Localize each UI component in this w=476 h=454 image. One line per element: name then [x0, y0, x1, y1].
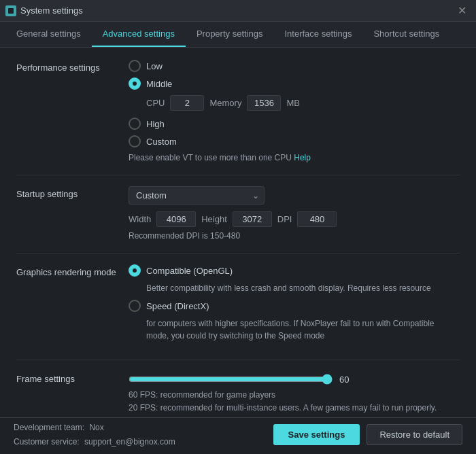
- radio-low[interactable]: [129, 60, 141, 72]
- height-input[interactable]: [233, 211, 272, 227]
- frame-section: Frame settings 60 60 FPS: recommended fo…: [16, 371, 460, 415]
- radio-opengl-label: Compatible (OpenGL): [146, 266, 233, 276]
- dpi-label: DPI: [277, 214, 292, 224]
- divider-1: [16, 175, 460, 175]
- window-title: System settings: [20, 5, 83, 16]
- memory-label: Memory: [209, 98, 241, 108]
- radio-custom[interactable]: [129, 135, 141, 147]
- graphics-body: Compatible (OpenGL) Better compatibility…: [129, 264, 460, 347]
- title-bar: System settings ✕: [0, 0, 476, 22]
- width-input[interactable]: [156, 211, 196, 227]
- fps-note-1: 60 FPS: recommended for game players: [129, 389, 460, 402]
- radio-high-label: High: [146, 119, 165, 129]
- frame-slider-value: 60: [339, 374, 356, 385]
- dimension-row: Width Height DPI: [129, 211, 460, 227]
- performance-section: Performance settings Low Middle CPU Memo…: [16, 60, 460, 162]
- frame-label: Frame settings: [16, 371, 129, 415]
- width-label: Width: [129, 214, 151, 224]
- radio-row-middle: Middle: [129, 77, 460, 90]
- close-button[interactable]: ✕: [454, 3, 471, 18]
- dev-value: Nox: [89, 423, 103, 432]
- radio-row-opengl: Compatible (OpenGL): [129, 264, 460, 277]
- radio-row-directx: Speed (DirectX): [129, 300, 460, 312]
- radio-row-custom: Custom: [129, 135, 460, 147]
- radio-directx[interactable]: [129, 300, 141, 312]
- fps-note-2: 20 FPS: recommended for multi-instance u…: [129, 402, 460, 415]
- footer: Development team: Nox Customer service: …: [0, 417, 476, 451]
- startup-label: Startup settings: [16, 186, 129, 241]
- opengl-desc: Better compatibility with less crash and…: [146, 282, 439, 294]
- cpu-memory-row: CPU Memory MB: [146, 95, 460, 111]
- footer-support-row: Customer service: support_en@bignox.com: [14, 435, 175, 449]
- divider-2: [16, 253, 460, 254]
- radio-directx-label: Speed (DirectX): [146, 301, 209, 311]
- startup-section: Startup settings Custom Default Fullscre…: [16, 186, 460, 241]
- memory-input[interactable]: [247, 95, 281, 111]
- radio-middle[interactable]: [129, 77, 141, 90]
- cpu-input[interactable]: [170, 95, 204, 111]
- tab-interface[interactable]: Interface settings: [273, 22, 362, 47]
- startup-body: Custom Default Fullscreen Window ⌄ Width…: [129, 186, 460, 241]
- support-value: support_en@bignox.com: [84, 437, 175, 447]
- frame-body: 60 60 FPS: recommended for game players …: [129, 371, 460, 415]
- fps-notes: 60 FPS: recommended for game players 20 …: [129, 389, 460, 415]
- support-label: Customer service:: [14, 437, 80, 447]
- slider-row: 60: [129, 374, 460, 385]
- directx-desc: for computers with higher specifications…: [146, 317, 439, 342]
- graphics-section: Graphics rendering mode Compatible (Open…: [16, 264, 460, 347]
- performance-body: Low Middle CPU Memory MB High Custom: [129, 60, 460, 162]
- startup-dropdown[interactable]: Custom Default Fullscreen Window: [129, 186, 265, 205]
- tab-general[interactable]: General settings: [5, 22, 92, 47]
- restore-button[interactable]: Restore to default: [367, 424, 462, 445]
- save-button[interactable]: Save settings: [273, 424, 360, 445]
- memory-unit: MB: [286, 98, 300, 108]
- svg-rect-1: [8, 8, 14, 14]
- footer-info: Development team: Nox Customer service: …: [14, 421, 175, 449]
- content-area: Performance settings Low Middle CPU Memo…: [0, 48, 476, 417]
- tab-property[interactable]: Property settings: [186, 22, 274, 47]
- radio-high[interactable]: [129, 118, 141, 130]
- vt-hint: Please enable VT to use more than one CP…: [129, 153, 460, 162]
- dpi-recommend: Recommended DPI is 150-480: [129, 231, 460, 241]
- radio-row-low: Low: [129, 60, 460, 72]
- radio-middle-label: Middle: [146, 79, 172, 89]
- footer-buttons: Save settings Restore to default: [273, 424, 462, 445]
- graphics-label: Graphics rendering mode: [16, 264, 129, 347]
- performance-label: Performance settings: [16, 60, 129, 162]
- tab-shortcut[interactable]: Shortcut settings: [362, 22, 450, 47]
- divider-3: [16, 360, 460, 360]
- startup-select-wrapper: Custom Default Fullscreen Window ⌄: [129, 186, 265, 205]
- dpi-input[interactable]: [297, 211, 337, 227]
- radio-low-label: Low: [146, 61, 163, 71]
- frame-slider[interactable]: [129, 374, 333, 385]
- radio-custom-label: Custom: [146, 137, 177, 147]
- vt-help-link[interactable]: Help: [294, 153, 311, 162]
- tab-advanced[interactable]: Advanced settings: [92, 22, 186, 47]
- app-icon: [5, 5, 16, 16]
- radio-opengl[interactable]: [129, 264, 141, 277]
- radio-row-high: High: [129, 118, 460, 130]
- dev-label: Development team:: [14, 423, 84, 432]
- footer-dev-row: Development team: Nox: [14, 421, 175, 434]
- cpu-label: CPU: [146, 98, 165, 108]
- height-label: Height: [201, 214, 227, 224]
- tab-bar: General settings Advanced settings Prope…: [0, 22, 476, 48]
